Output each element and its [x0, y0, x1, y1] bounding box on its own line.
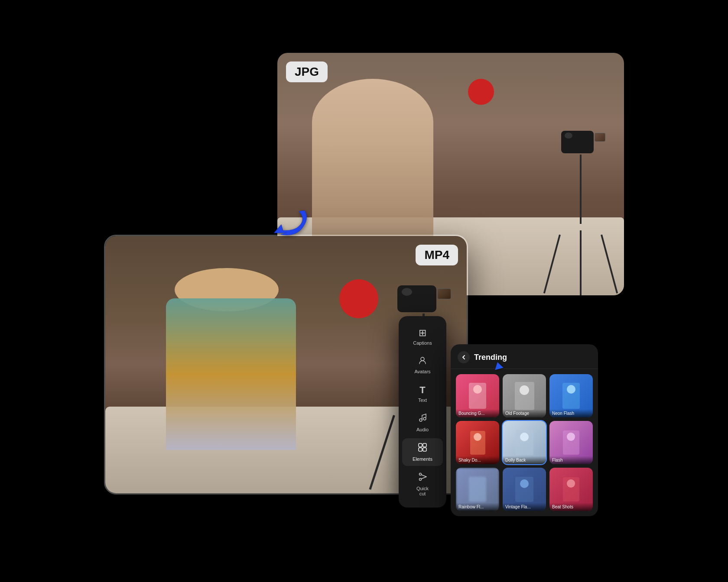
svg-rect-6	[423, 448, 426, 451]
captions-label: Captions	[413, 340, 432, 346]
trending-item-neon-flash[interactable]: Neon Flash	[549, 374, 593, 417]
quickcut-label: Quickcut	[416, 486, 429, 496]
trending-item-rainbow[interactable]: Rainbow Fl...	[456, 468, 499, 511]
person-front	[140, 246, 348, 493]
trending-label-vintage: Vintage Fla...	[503, 503, 546, 511]
svg-rect-5	[419, 448, 422, 451]
trending-label-dolly-back: Dolly Back	[503, 456, 546, 464]
svg-point-0	[421, 357, 424, 361]
main-scene: JPG	[104, 53, 624, 529]
avatars-label: Avatars	[414, 369, 430, 374]
audio-label: Audio	[416, 427, 429, 432]
svg-line-10	[421, 477, 426, 479]
trending-item-old-footage[interactable]: Old Footage	[503, 374, 546, 417]
red-fan-front	[339, 279, 378, 318]
trending-label-beat-shots: Beat Shots	[549, 503, 593, 511]
trending-item-dolly-back[interactable]: Dolly Back	[503, 421, 546, 464]
svg-rect-4	[423, 443, 426, 447]
sidebar-item-audio[interactable]: Audio	[402, 409, 443, 436]
text-label: Text	[418, 398, 427, 403]
svg-point-1	[419, 419, 422, 421]
jpg-badge: JPG	[286, 61, 328, 82]
trending-grid: Bouncing G... Old Footage	[451, 369, 598, 516]
camera-lens-back	[565, 133, 572, 139]
mp4-badge: MP4	[416, 245, 458, 265]
trending-item-beat-shots[interactable]: Beat Shots	[549, 468, 593, 511]
svg-point-2	[423, 417, 426, 420]
red-fan-back	[468, 79, 494, 105]
tripod-leg2-back	[580, 230, 582, 295]
trending-item-bouncing[interactable]: Bouncing G...	[456, 374, 499, 417]
camera-body-front	[397, 285, 436, 312]
sidebar-panel: ⊞ Captions Avatars T Text	[399, 316, 446, 508]
sidebar-item-quickcut[interactable]: Quickcut	[402, 468, 443, 501]
trending-item-flash[interactable]: Flash	[549, 421, 593, 464]
trending-header: Trending	[451, 344, 598, 369]
trending-title: Trending	[474, 353, 507, 362]
camera-area-back	[550, 122, 611, 295]
captions-icon: ⊞	[419, 327, 426, 339]
avatars-icon	[418, 356, 427, 367]
sidebar-item-text[interactable]: T Text	[402, 380, 443, 407]
elements-label: Elements	[413, 456, 432, 462]
camera-body-back	[561, 131, 594, 153]
camera-lens-front	[402, 288, 412, 296]
camera-screen-back	[595, 133, 605, 142]
elements-icon	[418, 443, 427, 455]
quickcut-icon	[418, 472, 427, 484]
audio-icon	[418, 413, 427, 425]
body-shape	[166, 298, 296, 450]
sidebar-item-captions[interactable]: ⊞ Captions	[402, 323, 443, 350]
tripod-pole-back	[580, 155, 582, 224]
trending-item-vintage[interactable]: Vintage Fla...	[503, 468, 546, 511]
sidebar-item-elements[interactable]: Elements	[402, 438, 443, 466]
text-icon: T	[419, 385, 425, 396]
trending-label-bouncing: Bouncing G...	[456, 409, 499, 417]
trending-item-shaky[interactable]: Shaky Do...	[456, 421, 499, 464]
trending-label-shaky: Shaky Do...	[456, 456, 499, 464]
trending-label-neon-flash: Neon Flash	[549, 409, 593, 417]
svg-rect-3	[419, 443, 422, 447]
tripod-legs-back	[550, 222, 611, 295]
trending-label-old-footage: Old Footage	[503, 409, 546, 417]
trending-panel: Trending Bouncing G...	[451, 344, 598, 516]
trending-back-button[interactable]	[458, 351, 470, 363]
svg-line-9	[421, 475, 426, 477]
trending-label-rainbow: Rainbow Fl...	[456, 503, 499, 511]
camera-screen-front	[437, 288, 451, 299]
sidebar-item-avatars[interactable]: Avatars	[402, 352, 443, 378]
trending-label-flash: Flash	[549, 456, 593, 464]
